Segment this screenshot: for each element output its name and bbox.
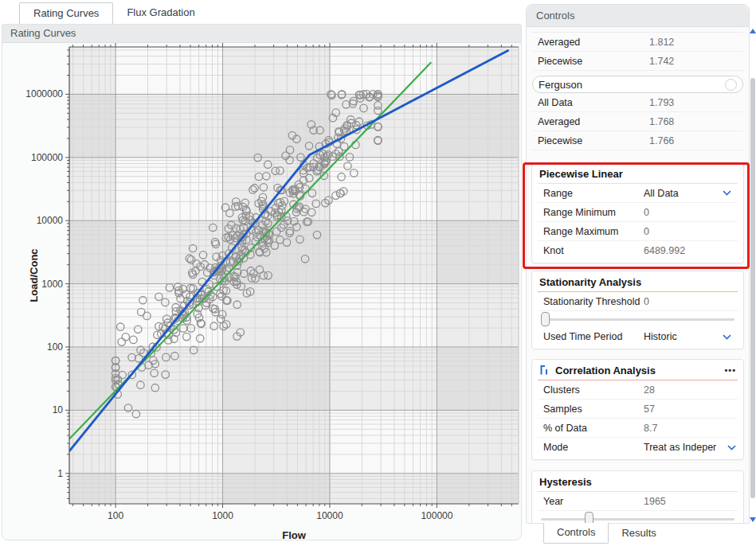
piecewise-linear-section: Piecewise Linear Range All Data Range Mi… — [531, 162, 744, 263]
row-label: Range Minimum — [538, 207, 644, 218]
piecewise-linear-title: Piecewise Linear — [538, 164, 738, 184]
row-label: % of Data — [538, 423, 644, 434]
svg-text:100000: 100000 — [31, 152, 63, 163]
slider-track[interactable] — [541, 318, 734, 321]
svg-text:1000000: 1000000 — [25, 88, 63, 99]
correlation-chart-icon — [539, 365, 550, 376]
stationarity-threshold-field[interactable]: 0 — [644, 296, 738, 307]
ferguson-group-toggle[interactable]: Ferguson — [532, 76, 743, 93]
row-label: Averaged — [532, 116, 649, 127]
slider-track[interactable] — [541, 518, 734, 521]
row-value: 1.793 — [649, 97, 743, 108]
chevron-down-icon — [727, 445, 736, 450]
range-maximum-field[interactable]: 0 — [644, 226, 738, 237]
row-used-time-period: Used Time Period Historic — [538, 327, 738, 346]
controls-panel-title: Controls — [527, 5, 749, 27]
tab-results[interactable]: Results — [609, 524, 668, 544]
rating-curves-panel-title: Rating Curves — [2, 25, 521, 43]
correlation-analysis-title: Correlation Analysis ••• — [538, 361, 738, 380]
tab-rating-curves[interactable]: Rating Curves — [19, 2, 113, 24]
x-tick-labels: 100100010000100000 — [108, 510, 453, 521]
year-field[interactable]: 1965 — [644, 496, 738, 507]
slider-handle[interactable] — [585, 512, 593, 524]
controls-scrollbar[interactable] — [750, 25, 756, 524]
mode-dropdown[interactable]: Treat as Indeper — [644, 442, 738, 453]
row-range-maximum: Range Maximum 0 — [538, 222, 738, 241]
chevron-down-icon — [723, 334, 731, 340]
row-label: Year — [538, 496, 644, 507]
row-value: 1.742 — [649, 56, 743, 67]
row-value: 1.766 — [649, 135, 743, 146]
bottom-tab-bar: Controls Results — [526, 524, 753, 546]
scroll-down-icon[interactable] — [750, 517, 756, 522]
svg-text:1000: 1000 — [212, 510, 233, 521]
top-tab-bar: Rating Curves Flux Gradation — [0, 0, 523, 24]
row-label: Range — [538, 188, 644, 199]
ferguson-label: Ferguson — [539, 79, 582, 91]
controls-panel: Controls Averaged 1.812 Piecewise 1.742 … — [526, 4, 750, 524]
row-label: Knot — [538, 245, 644, 256]
row-clusters: Clusters 28 — [538, 380, 738, 400]
controls-scroll-area[interactable]: Averaged 1.812 Piecewise 1.742 Ferguson … — [527, 27, 749, 524]
row-stationarity-threshold: Stationarity Threshold 0 — [538, 292, 738, 311]
row-label: Piecewise — [532, 56, 649, 67]
svg-text:100: 100 — [47, 341, 63, 353]
tab-flux-gradation[interactable]: Flux Gradation — [113, 2, 208, 24]
year-slider[interactable] — [539, 512, 736, 524]
row-averaged-2: Averaged 1.768 — [532, 112, 743, 131]
row-label: Clusters — [538, 384, 644, 396]
mode-dropdown-value: Treat as Indeper — [644, 442, 716, 453]
svg-text:10: 10 — [53, 404, 64, 415]
svg-text:10000: 10000 — [316, 510, 343, 521]
row-piecewise-2: Piecewise 1.766 — [532, 131, 743, 150]
scroll-up-icon[interactable] — [750, 29, 756, 33]
row-value: 1.768 — [649, 116, 743, 127]
row-label: Piecewise — [532, 135, 649, 146]
svg-text:100000: 100000 — [421, 510, 452, 521]
knot-field[interactable]: 6489.992 — [644, 245, 738, 256]
row-value: 57 — [644, 404, 738, 415]
y-axis-label: Load/Conc — [28, 248, 40, 302]
row-label: Used Time Period — [538, 331, 644, 342]
stationarity-analysis-title: Stationarity Analysis — [538, 272, 738, 292]
scrollbar-thumb[interactable] — [750, 78, 755, 498]
svg-text:100: 100 — [108, 510, 123, 521]
radio-icon[interactable] — [725, 79, 737, 91]
hysteresis-section: Hysteresis Year 1965 — [531, 470, 744, 524]
svg-text:10000: 10000 — [37, 215, 64, 226]
row-value: 28 — [644, 384, 738, 396]
svg-text:1000: 1000 — [41, 279, 63, 290]
row-averaged: Averaged 1.812 — [532, 33, 743, 52]
section-title-text: Piecewise Linear — [539, 168, 623, 180]
range-dropdown[interactable]: All Data — [644, 188, 738, 199]
row-value: 8.7 — [644, 423, 738, 434]
chevron-down-icon — [723, 190, 731, 196]
section-title-text: Correlation Analysis — [555, 365, 656, 376]
section-title-text: Hysteresis — [539, 476, 592, 488]
x-axis-label: Flow — [282, 529, 306, 540]
row-label: Range Maximum — [538, 226, 644, 237]
rating-curves-panel: Rating Curves 10010001000010000011010010… — [2, 24, 522, 540]
stationarity-analysis-section: Stationarity Analysis Stationarity Thres… — [531, 271, 744, 349]
used-time-period-dropdown[interactable]: Historic — [644, 331, 738, 342]
used-time-period-value: Historic — [644, 331, 677, 342]
range-minimum-field[interactable]: 0 — [644, 207, 738, 218]
row-label: Stationarity Threshold — [538, 296, 644, 307]
row-range-minimum: Range Minimum 0 — [538, 203, 738, 222]
row-piecewise: Piecewise 1.742 — [532, 52, 743, 71]
row-pct-of-data: % of Data 8.7 — [538, 419, 738, 438]
clipped-row — [532, 27, 743, 33]
svg-text:1: 1 — [57, 468, 63, 479]
row-label: All Data — [532, 97, 649, 108]
more-options-icon[interactable]: ••• — [724, 365, 736, 375]
hysteresis-title: Hysteresis — [538, 472, 738, 492]
correlation-analysis-section: Correlation Analysis ••• Clusters 28 Sam… — [531, 359, 744, 460]
row-label: Mode — [538, 442, 644, 453]
slider-handle[interactable] — [541, 312, 550, 326]
stationarity-threshold-slider[interactable] — [539, 312, 736, 326]
section-title-text: Stationarity Analysis — [539, 276, 641, 288]
tab-controls[interactable]: Controls — [543, 523, 609, 544]
rating-curves-chart[interactable]: 1001000100001000001101001000100001000001… — [2, 25, 522, 540]
range-dropdown-value: All Data — [644, 188, 679, 199]
row-value: 1.812 — [649, 37, 743, 48]
